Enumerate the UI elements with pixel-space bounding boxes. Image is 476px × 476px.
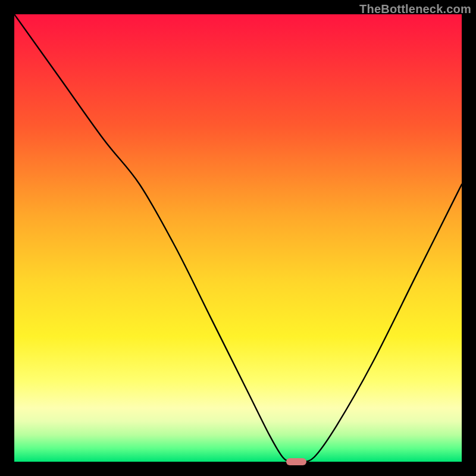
bottleneck-curve [14,14,462,462]
optimal-marker [286,458,306,465]
chart-frame: TheBottleneck.com [0,0,476,476]
watermark-text: TheBottleneck.com [359,2,471,16]
plot-area [14,14,462,462]
